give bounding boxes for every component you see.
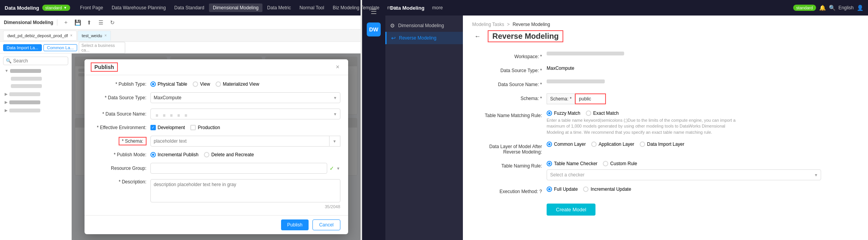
schema-row-right: Schema: * public [547, 93, 821, 104]
resource-group-value: ✓ ▼ [150, 163, 340, 174]
tree-item-4[interactable]: ▶ [3, 107, 68, 114]
right-main: Modeling Tasks > Reverse Modeling ← Reve… [463, 16, 868, 240]
radio-materialized-view[interactable]: Materialized View [216, 81, 259, 87]
user-icon[interactable]: 👤 [857, 5, 863, 11]
bell-icon[interactable]: 🔔 [819, 5, 826, 11]
radio-delete-recreate[interactable]: Delete and Recreate [204, 152, 254, 157]
radio-physical-dot [150, 81, 156, 87]
tree-item-2[interactable]: ▶ [3, 91, 68, 97]
description-label: * Description: [92, 179, 147, 185]
source-name-select[interactable]: ····· ▼ [150, 109, 340, 119]
checkbox-prod-box [190, 125, 196, 130]
effective-env-row: * Effective Environment: ✓ Development P… [92, 125, 340, 130]
effective-env-label: * Effective Environment: [92, 125, 147, 130]
resource-group-label: Resource Group: [92, 166, 147, 171]
radio-physical-table[interactable]: Physical Table [150, 81, 188, 87]
radio-incremental[interactable]: Incremental Publish [150, 152, 198, 157]
radio-view[interactable]: View [193, 81, 210, 87]
radio-full-update[interactable]: Full Update [547, 186, 578, 192]
nav-data-standard[interactable]: Data Standard [171, 3, 208, 12]
refresh-icon-btn[interactable]: ↻ [108, 18, 117, 27]
data-source-name-label: * Data Source Name: [92, 111, 147, 117]
nav-warehouse-planning[interactable]: Data Warehouse Planning [108, 3, 170, 12]
radio-exact[interactable]: Exact Match [586, 111, 619, 116]
right-nav-bar: ☰ DW [362, 0, 385, 240]
tab-dwd[interactable]: dwd_pd_debiz_deposit_prod_df × [3, 31, 77, 41]
tab-dwd-close[interactable]: × [70, 33, 72, 38]
nav-dimensional-modeling[interactable]: Dimensional Modeling [209, 3, 262, 12]
nav-normal-tool[interactable]: Normal Tool [295, 3, 328, 12]
radio-application-layer[interactable]: Application Layer [591, 142, 634, 147]
layer-tab-common[interactable]: Common La... [43, 44, 77, 51]
back-button[interactable]: ← [472, 32, 483, 41]
description-input[interactable] [150, 179, 340, 202]
checker-select: Select a checker ▼ [547, 169, 821, 180]
tree-label-2 [9, 92, 40, 96]
rform-source-name-row: Data Source Name: * [472, 79, 821, 87]
right-header: Data Modeling more standard 🔔 🔍 English … [385, 0, 868, 240]
nav-more[interactable]: more [384, 3, 401, 12]
resource-group-input[interactable] [150, 163, 327, 174]
add-icon-btn[interactable]: ＋ [61, 18, 71, 27]
radio-fuzzy[interactable]: Fuzzy Match [547, 111, 580, 116]
tree-arrow-2: ▶ [5, 92, 8, 96]
export-icon-btn[interactable]: ⬆ [85, 18, 94, 27]
modal-close-btn[interactable]: × [333, 63, 342, 71]
right-more-link[interactable]: more [429, 3, 446, 12]
nav-biz-template[interactable]: Biz Modeling Template [329, 3, 383, 12]
right-top-actions: standard 🔔 🔍 English 👤 [793, 5, 863, 11]
tab-test-weidu-close[interactable]: × [104, 33, 107, 38]
schema-label: * Schema: [92, 138, 147, 144]
page-header: ← Reverse Modeling [472, 30, 859, 42]
tree-item-3[interactable]: ▶ [3, 99, 68, 105]
naming-options: Table Name Checker Custom Rule [547, 161, 821, 166]
search-top-icon[interactable]: 🔍 [829, 5, 835, 11]
modal-cancel-btn[interactable]: Cancel [312, 219, 340, 230]
source-name-select-wrapper: ····· ▼ [150, 109, 340, 119]
standard-badge[interactable]: standard ▼ [42, 5, 70, 11]
tab-test-weidu-label: test_weidu [82, 33, 102, 38]
save-icon-btn[interactable]: 💾 [73, 18, 82, 27]
brand-title: Data Modeling [5, 5, 39, 11]
data-source-name-row: * Data Source Name: ····· ▼ [92, 109, 340, 119]
layer-tab-import[interactable]: Data Import La... [3, 44, 42, 51]
nav-front-page[interactable]: Front Page [76, 3, 107, 12]
radio-custom-rule[interactable]: Custom Rule [603, 161, 637, 166]
data-source-name-value: ····· ▼ [150, 109, 340, 119]
create-model-btn[interactable]: Create Model [547, 204, 595, 216]
right-standard-badge[interactable]: standard [793, 5, 816, 11]
tree-item-1[interactable]: ▼ [3, 67, 68, 74]
radio-full-dot [547, 186, 552, 192]
sidebar-item-reverse[interactable]: ↩ Reverse Modeling [385, 32, 463, 44]
radio-table-checker[interactable]: Table Name Checker [547, 161, 597, 166]
list-icon-btn[interactable]: ☰ [96, 18, 105, 27]
schema-input[interactable] [150, 136, 330, 147]
modal-overlay: Publish × * Publish Type: Physical Table [72, 54, 361, 240]
radio-incremental-update[interactable]: Incremental Update [583, 186, 631, 192]
business-select[interactable]: Select a business ca... [79, 42, 125, 54]
publish-type-options: Physical Table View Materialized View [150, 81, 340, 87]
rform-schema-value: Schema: * public [547, 93, 821, 104]
radio-mat-dot [216, 81, 221, 87]
radio-common-layer[interactable]: Common Layer [547, 142, 586, 147]
nav-data-metric[interactable]: Data Metric [263, 3, 295, 12]
tree-label-1 [10, 69, 41, 73]
modal-header: Publish × [85, 59, 348, 75]
sidebar-item-dimensional[interactable]: ⚙ Dimensional Modeling [385, 19, 463, 32]
tree-sub-item-2[interactable] [9, 83, 68, 89]
toolbar-divider [57, 19, 57, 26]
tab-test-weidu[interactable]: test_weidu × [78, 31, 111, 41]
tree-arrow-4: ▶ [5, 108, 8, 112]
radio-data-import-layer[interactable]: Data Import Layer [640, 142, 684, 147]
resource-arrow-icon[interactable]: ▼ [337, 166, 340, 171]
create-model-spacer [472, 200, 542, 203]
tree-sub-1 [3, 76, 68, 89]
page-title: Reverse Modeling [488, 30, 563, 42]
breadcrumb-parent: Modeling Tasks [472, 22, 504, 27]
tree-sub-item-1[interactable] [9, 76, 68, 82]
search-input[interactable] [13, 58, 66, 64]
modal-publish-btn[interactable]: Publish [281, 219, 309, 230]
checker-dropdown[interactable]: Select a checker ▼ [547, 169, 821, 180]
schema-arrow-icon[interactable]: ▼ [330, 136, 340, 147]
checkbox-production[interactable]: Production [190, 125, 220, 130]
